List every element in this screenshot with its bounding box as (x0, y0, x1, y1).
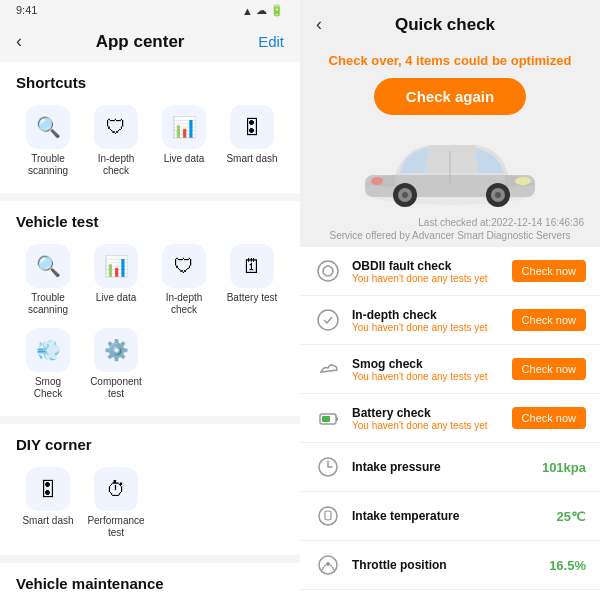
vehicle-maintenance-section: Vehicle maintenance 📍 Trip management (0, 563, 300, 600)
edit-button[interactable]: Edit (258, 33, 284, 50)
smart-dash-item[interactable]: 🎛 Smart dash (220, 101, 284, 181)
service-info: Service offered by Advancer Smart Diagno… (300, 230, 600, 247)
vt-in-depth-label: In-depth check (156, 292, 212, 316)
svg-point-4 (402, 192, 408, 198)
check-items-list: OBDII fault check You haven't done any t… (300, 247, 600, 600)
svg-point-18 (319, 507, 337, 525)
obdii-fault-icon (314, 257, 342, 285)
smog-icon (314, 355, 342, 383)
battery-name: Battery check (352, 406, 512, 420)
in-depth-icon (314, 306, 342, 334)
svg-rect-15 (336, 417, 338, 421)
svg-point-7 (495, 192, 501, 198)
obdii-fault-check-now-button[interactable]: Check now (512, 260, 586, 282)
in-depth-sub: You haven't done any tests yet (352, 322, 512, 333)
hero-subtitle: Check over, 4 items could be optimized (316, 53, 584, 68)
intake-pressure-value: 101kpa (542, 460, 586, 475)
performance-test-item[interactable]: ⏱ Performance test (84, 463, 148, 543)
hero-suffix: items could be optimized (416, 53, 571, 68)
intake-pressure-icon (314, 453, 342, 481)
right-panel: ‹ Quick check Check over, 4 items could … (300, 0, 600, 600)
vt-live-data-item[interactable]: 📊 Live data (84, 240, 148, 320)
in-depth-text: In-depth check You haven't done any test… (352, 308, 512, 333)
car-image (350, 123, 550, 213)
hero-prefix: Check over, (329, 53, 402, 68)
right-back-button[interactable]: ‹ (316, 14, 322, 35)
smart-dash-icon: 🎛 (230, 105, 274, 149)
svg-point-20 (326, 562, 330, 566)
intake-temp-item: Intake temperature 25℃ (300, 492, 600, 541)
app-center-title: App center (22, 32, 258, 52)
smart-dash-label: Smart dash (226, 153, 277, 165)
live-data-item[interactable]: 📊 Live data (152, 101, 216, 181)
hero-highlight: 4 (405, 53, 416, 68)
component-test-item[interactable]: ⚙️ Component test (84, 324, 148, 404)
vt-trouble-scanning-icon: 🔍 (26, 244, 70, 288)
component-test-label: Component test (88, 376, 144, 400)
diy-smart-dash-item[interactable]: 🎛 Smart dash (16, 463, 80, 543)
throttle-value: 16.5% (549, 558, 586, 573)
diy-grid: 🎛 Smart dash ⏱ Performance test (16, 463, 284, 543)
obdii-fault-name: OBDII fault check (352, 259, 512, 273)
obdii-fault-text: OBDII fault check You haven't done any t… (352, 259, 512, 284)
quick-check-hero: Check over, 4 items could be optimized C… (300, 45, 600, 213)
trouble-scanning-label: Trouble scanning (20, 153, 76, 177)
smog-text: Smog check You haven't done any tests ye… (352, 357, 512, 382)
vt-in-depth-item[interactable]: 🛡 In-depth check (152, 240, 216, 320)
battery-test-icon: 🗓 (230, 244, 274, 288)
status-bar: 9:41 ▲ ☁ 🔋 (0, 0, 300, 17)
in-depth-check-icon: 🛡 (94, 105, 138, 149)
vt-in-depth-icon: 🛡 (162, 244, 206, 288)
intake-temp-icon (314, 502, 342, 530)
diy-smart-dash-icon: 🎛 (26, 467, 70, 511)
in-depth-name: In-depth check (352, 308, 512, 322)
svg-rect-16 (322, 416, 330, 422)
in-depth-check-label: In-depth check (88, 153, 144, 177)
in-depth-check-item[interactable]: 🛡 In-depth check (84, 101, 148, 181)
smog-check-now-button[interactable]: Check now (512, 358, 586, 380)
shortcuts-section: Shortcuts 🔍 Trouble scanning 🛡 In-depth … (0, 62, 300, 193)
wifi-icon: ☁ (256, 4, 267, 17)
trouble-scanning-item[interactable]: 🔍 Trouble scanning (16, 101, 80, 181)
diy-corner-title: DIY corner (16, 436, 284, 453)
throttle-name: Throttle position (352, 558, 549, 572)
performance-test-label: Performance test (87, 515, 144, 539)
smog-check-icon: 💨 (26, 328, 70, 372)
obdii-fault-item: OBDII fault check You haven't done any t… (300, 247, 600, 296)
trouble-scanning-icon: 🔍 (26, 105, 70, 149)
check-again-button[interactable]: Check again (374, 78, 526, 115)
live-data-label: Live data (164, 153, 205, 165)
left-header: ‹ App center Edit (0, 17, 300, 62)
left-panel: 9:41 ▲ ☁ 🔋 ‹ App center Edit Shortcuts 🔍… (0, 0, 300, 600)
in-depth-check-now-button[interactable]: Check now (512, 309, 586, 331)
vt-trouble-scanning-item[interactable]: 🔍 Trouble scanning (16, 240, 80, 320)
vehicle-test-grid: 🔍 Trouble scanning 📊 Live data 🛡 In-dept… (16, 240, 284, 404)
vt-trouble-scanning-label: Trouble scanning (20, 292, 76, 316)
car-svg (350, 123, 550, 213)
shortcuts-title: Shortcuts (16, 74, 284, 91)
obdii-fault-sub: You haven't done any tests yet (352, 273, 512, 284)
vehicle-test-section: Vehicle test 🔍 Trouble scanning 📊 Live d… (0, 201, 300, 416)
vt-live-data-label: Live data (96, 292, 137, 304)
svg-point-10 (371, 177, 383, 185)
smog-check-item[interactable]: 💨 Smog Check (16, 324, 80, 404)
intake-pressure-text: Intake pressure (352, 460, 542, 474)
performance-test-icon: ⏱ (94, 467, 138, 511)
vt-live-data-icon: 📊 (94, 244, 138, 288)
smog-name: Smog check (352, 357, 512, 371)
battery-test-item[interactable]: 🗓 Battery test (220, 240, 284, 320)
smog-sub: You haven't done any tests yet (352, 371, 512, 382)
diy-smart-dash-label: Smart dash (22, 515, 73, 527)
battery-check-now-button[interactable]: Check now (512, 407, 586, 429)
smog-check-label: Smog Check (20, 376, 76, 400)
intake-pressure-item: Intake pressure 101kpa (300, 443, 600, 492)
vehicle-test-title: Vehicle test (16, 213, 284, 230)
status-icons: ▲ ☁ 🔋 (242, 4, 284, 17)
battery-item: Battery check You haven't done any tests… (300, 394, 600, 443)
intake-temp-text: Intake temperature (352, 509, 557, 523)
intake-temp-value: 25℃ (557, 509, 586, 524)
throttle-icon (314, 551, 342, 579)
battery-icon: 🔋 (270, 4, 284, 17)
svg-point-11 (318, 261, 338, 281)
svg-point-13 (318, 310, 338, 330)
